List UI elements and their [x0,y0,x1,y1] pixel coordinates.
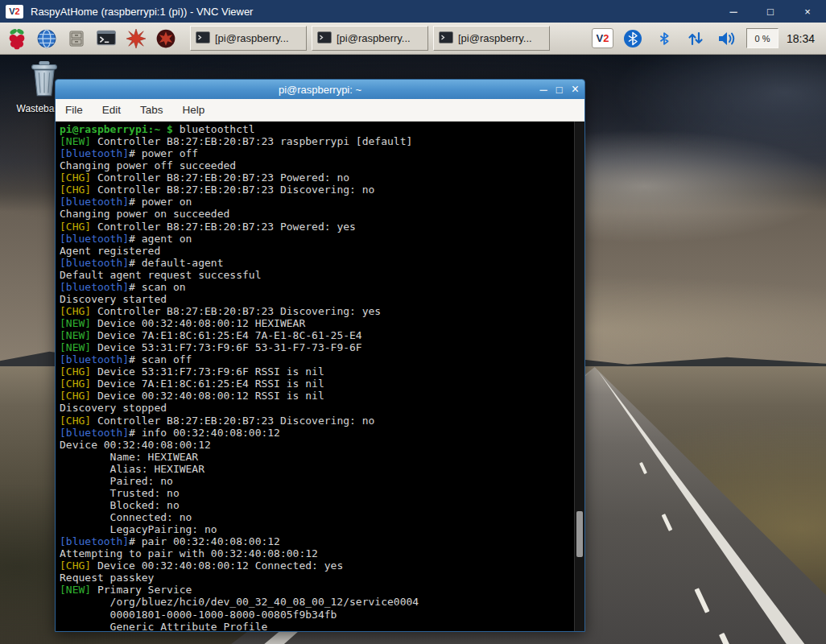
terminal-line: Device 00:32:40:08:00:12 [60,439,574,451]
scrollbar-thumb[interactable] [576,511,583,557]
terminal-line: [CHG] Controller B8:27:EB:20:B7:23 Power… [60,221,574,233]
terminal-line: [bluetooth]# scan off [60,353,574,365]
terminal-line: [NEW] Primary Service [60,584,574,596]
terminal-output[interactable]: pi@raspberrypi:~ $ bluetoothctl[NEW] Con… [56,122,574,631]
taskbar-window-list: [pi@raspberry... [pi@raspberry... [pi@ra… [190,26,550,51]
menu-help[interactable]: Help [183,104,205,116]
vnc-logo-icon: V2 [6,5,23,19]
terminal-line: Blocked: no [60,499,574,511]
clock[interactable]: 18:34 [787,32,815,45]
terminal-maximize-button[interactable]: □ [556,85,563,95]
terminal-minimize-button[interactable]: ─ [540,85,547,95]
file-manager-icon[interactable] [64,27,89,51]
desktop: Wastebasket pi@raspberrypi: ~ ─ □ × File… [0,55,826,644]
wolfram-icon[interactable] [154,27,178,51]
terminal-window: pi@raspberrypi: ~ ─ □ × File Edit Tabs H… [55,79,585,632]
terminal-line: [bluetooth]# agent on [60,233,574,245]
bluetooth-manager-icon[interactable] [652,27,676,51]
terminal-line: [CHG] Device 00:32:40:08:00:12 Connected… [60,559,574,572]
terminal-line: [CHG] Controller B8:27:EB:20:B7:23 Disco… [60,305,574,317]
terminal-line: [bluetooth]# power on [60,196,574,208]
volume-icon[interactable] [715,27,739,51]
terminal-line: [NEW] Device 53:31:F7:73:F9:6F 53-31-F7-… [60,341,574,353]
terminal-line: Agent registered [60,245,574,257]
terminal-line: [bluetooth]# scan on [60,281,574,293]
taskbar-tray: V2 [592,27,821,51]
terminal-line: [NEW] Device 00:32:40:08:00:12 HEXIWEAR [60,317,574,329]
terminal-titlebar[interactable]: pi@raspberrypi: ~ ─ □ × [56,80,584,99]
terminal-line: Discovery stopped [60,402,574,414]
terminal-line: Connected: no [60,511,574,523]
vnc-logo-v: V [9,6,14,16]
terminal-line: [CHG] Device 7A:E1:8C:61:25:E4 RSSI is n… [60,378,574,390]
terminal-line: Default agent request successful [60,269,574,281]
taskbar-window-label: [pi@raspberry... [215,32,289,44]
terminal-line: [bluetooth]# default-agent [60,257,574,269]
terminal-menubar: File Edit Tabs Help [56,99,584,122]
vnc-tray-2: 2 [603,32,609,44]
taskbar-window-label: [pi@raspberry... [337,32,411,44]
network-traffic-icon[interactable] [684,27,708,51]
terminal-window-mini-icon [196,31,210,46]
vnc-window-controls: ─ □ × [715,0,826,23]
taskbar: [pi@raspberry... [pi@raspberry... [pi@ra… [0,23,826,55]
terminal-line: LegacyPairing: no [60,523,574,535]
menu-raspberry-icon[interactable] [5,27,29,51]
terminal-close-button[interactable]: × [572,83,579,96]
terminal-line: Paired: no [60,475,574,487]
cpu-monitor[interactable]: 0 % [746,28,779,48]
taskbar-window-button-1[interactable]: [pi@raspberry... [190,26,307,51]
vnc-window-title: RaspyAtHome (raspberrypi:1 (pi)) - VNC V… [31,6,253,18]
terminal-line: [NEW] Controller B8:27:EB:20:B7:23 raspb… [60,135,574,147]
mathematica-icon[interactable] [124,27,148,51]
terminal-line: Changing power on succeeded [60,208,574,220]
terminal-line: Generic Attribute Profile [60,621,574,631]
menu-tabs[interactable]: Tabs [140,104,163,116]
terminal-line: Request passkey [60,572,574,584]
terminal-window-mini-icon [317,31,332,46]
terminal-line: 00001801-0000-1000-8000-00805f9b34fb [60,609,574,621]
vnc-server-tray-icon[interactable]: V2 [592,28,613,48]
browser-globe-icon[interactable] [35,27,59,51]
vnc-close-button[interactable]: × [789,0,826,23]
cpu-usage-label: 0 % [754,34,770,43]
bluetooth-tray-icon[interactable] [621,27,645,51]
terminal-line: [CHG] Device 00:32:40:08:00:12 RSSI is n… [60,390,574,402]
terminal-launcher-icon[interactable] [94,27,118,51]
menu-edit[interactable]: Edit [102,104,121,116]
terminal-line: Alias: HEXIWEAR [60,463,574,475]
terminal-line: [bluetooth]# pair 00:32:40:08:00:12 [60,535,574,547]
terminal-line: [CHG] Device 53:31:F7:73:F9:6F RSSI is n… [60,365,574,378]
terminal-line: Attempting to pair with 00:32:40:08:00:1… [60,547,574,559]
vnc-tray-v: V [597,32,604,44]
terminal-line: [bluetooth]# power off [60,147,574,159]
terminal-window-mini-icon [439,31,453,46]
vnc-titlebar[interactable]: V2 RaspyAtHome (raspberrypi:1 (pi)) - VN… [0,0,826,23]
terminal-line: [CHG] Controller B8:27:EB:20:B7:23 Power… [60,171,574,184]
terminal-line: [NEW] Device 7A:E1:8C:61:25:E4 7A-E1-8C-… [60,329,574,341]
terminal-window-controls: ─ □ × [540,80,579,99]
terminal-line: [CHG] Controller B8:27:EB:20:B7:23 Disco… [60,415,574,427]
taskbar-window-button-3[interactable]: [pi@raspberry... [433,26,550,51]
terminal-line: Trusted: no [60,487,574,499]
vnc-viewer-window: V2 RaspyAtHome (raspberrypi:1 (pi)) - VN… [0,0,826,644]
terminal-line: Discovery started [60,293,574,305]
vnc-minimize-button[interactable]: ─ [715,0,752,23]
terminal-title: pi@raspberrypi: ~ [279,84,361,96]
vnc-logo-2: 2 [15,6,20,16]
taskbar-window-button-2[interactable]: [pi@raspberry... [312,26,428,51]
terminal-line: Changing power off succeeded [60,159,574,171]
terminal-scrollbar[interactable] [574,122,584,631]
menu-file[interactable]: File [65,104,83,116]
terminal-line: [CHG] Controller B8:27:EB:20:B7:23 Disco… [60,184,574,196]
taskbar-window-label: [pi@raspberry... [458,32,532,44]
terminal-line: pi@raspberrypi:~ $ bluetoothctl [60,123,574,135]
terminal-line: [bluetooth]# info 00:32:40:08:00:12 [60,427,574,439]
terminal-line: /org/bluez/hci0/dev_00_32_40_08_00_12/se… [60,596,574,608]
terminal-line: Name: HEXIWEAR [60,451,574,463]
vnc-maximize-button[interactable]: □ [752,0,789,23]
